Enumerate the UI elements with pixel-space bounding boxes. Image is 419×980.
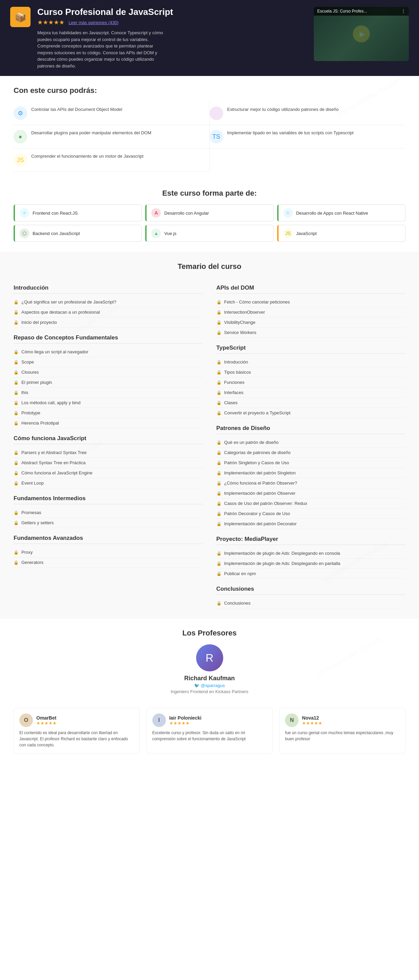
lock-icon: 🔒 bbox=[217, 410, 221, 415]
lesson-item[interactable]: 🔒Herencia Prototipal bbox=[14, 418, 203, 428]
lesson-item[interactable]: 🔒Funciones bbox=[217, 377, 406, 388]
lesson-item[interactable]: 🔒Aspectos que destacan a un profesional bbox=[14, 307, 203, 317]
lock-icon: 🔒 bbox=[217, 390, 221, 395]
lesson-item[interactable]: 🔒Fetch - Cómo cancelar peticiones bbox=[217, 297, 406, 307]
lesson-text: Conclusiones bbox=[224, 601, 251, 606]
lesson-item[interactable]: 🔒Service Workers bbox=[217, 328, 406, 338]
video-top-bar: Escuela JS: Curso Profes... ⋮ bbox=[314, 7, 409, 16]
lesson-item[interactable]: 🔒Patrón Singleton y Casos de Uso bbox=[217, 458, 406, 468]
video-label: Escuela JS: Curso Profes... bbox=[317, 9, 367, 14]
course-badge[interactable]: ⬡ Backend con JavaScript bbox=[14, 225, 142, 242]
course-badge[interactable]: A Desarrollo con Angular bbox=[145, 204, 274, 221]
lesson-text: Casos de Uso del patrón Observer: Redux bbox=[224, 501, 307, 506]
reviewer-name: Nova12 bbox=[302, 715, 322, 721]
lesson-item[interactable]: 🔒Convertir el proyecto a TypeScript bbox=[217, 408, 406, 418]
lesson-item[interactable]: 🔒Publicar en npm bbox=[217, 569, 406, 579]
course-badge[interactable]: ⚛ Frontend con React.JS bbox=[14, 204, 142, 221]
lesson-item[interactable]: 🔒¿Qué significa ser un profesional de Ja… bbox=[14, 297, 203, 307]
video-menu-icon[interactable]: ⋮ bbox=[401, 9, 405, 14]
lesson-item[interactable]: 🔒Generators bbox=[14, 557, 203, 568]
course-badge[interactable]: ⚛ Desarrollo de Apps con React Native bbox=[277, 204, 405, 221]
lesson-item[interactable]: 🔒Implementación de plugin de Ads: Desple… bbox=[217, 558, 406, 569]
lesson-item[interactable]: 🔒Getters y setters bbox=[14, 518, 203, 528]
lesson-item[interactable]: 🔒Introducción bbox=[217, 357, 406, 367]
feature-text: Estructurar mejor tu código utilizando p… bbox=[227, 107, 339, 113]
lesson-item[interactable]: 🔒Categorías de patrones de diseño bbox=[217, 448, 406, 458]
lesson-text: Tipos básicos bbox=[224, 370, 251, 375]
lesson-text: Los métodos call, apply y bind bbox=[21, 400, 80, 405]
lesson-text: Implementación del patrón Observer bbox=[224, 491, 295, 496]
review-card: O OmarBet ★★★★★ El contenido es ideal pa… bbox=[14, 708, 140, 754]
lock-icon: 🔒 bbox=[217, 481, 221, 485]
reviewer-info: Nova12 ★★★★★ bbox=[302, 715, 322, 725]
lesson-item[interactable]: 🔒Conclusiones bbox=[217, 598, 406, 608]
lesson-item[interactable]: 🔒Implementación del patrón Singleton bbox=[217, 468, 406, 478]
lesson-item[interactable]: 🔒Scope bbox=[14, 357, 203, 367]
lesson-text: Qué es un patrón de diseño bbox=[224, 440, 279, 445]
temario-section-heading: Introducción bbox=[14, 285, 203, 294]
lesson-item[interactable]: 🔒Los métodos call, apply y bind bbox=[14, 398, 203, 408]
review-text: El contenido es ideal para desarrollarte… bbox=[19, 730, 134, 748]
lesson-text: Interfaces bbox=[224, 390, 244, 395]
lesson-item[interactable]: 🔒Cómo funciona el JavaScript Engine bbox=[14, 468, 203, 478]
lesson-item[interactable]: 🔒VisibilityChange bbox=[217, 317, 406, 328]
lesson-item[interactable]: 🔒Inicio del proyecto bbox=[14, 317, 203, 328]
video-thumbnail[interactable]: Escuela JS: Curso Profes... ⋮ ▶ bbox=[314, 7, 409, 61]
lesson-item[interactable]: 🔒Event Loop bbox=[14, 478, 203, 488]
lesson-item[interactable]: 🔒Tipos básicos bbox=[217, 367, 406, 377]
badge-icon: ⚛ bbox=[283, 208, 293, 218]
lesson-item[interactable]: 🔒Interfaces bbox=[217, 388, 406, 398]
twitter-handle[interactable]: @sparragus bbox=[201, 683, 225, 688]
lesson-text: ¿Cómo funciona el Patrón Observer? bbox=[224, 480, 297, 485]
professors-section: Los Profesores R Richard Kaufman 🐦 @spar… bbox=[0, 619, 419, 764]
lock-icon: 🔒 bbox=[217, 501, 221, 506]
temario-section-heading: APIs del DOM bbox=[217, 285, 406, 294]
temario-right: APIs del DOM🔒Fetch - Cómo cancelar petic… bbox=[217, 278, 406, 608]
course-description: Mejora tus habilidades en Javascript. Co… bbox=[37, 30, 166, 69]
lock-icon: 🔒 bbox=[14, 320, 19, 325]
lock-icon: 🔒 bbox=[14, 471, 19, 476]
lesson-item[interactable]: 🔒Closures bbox=[14, 367, 203, 377]
lesson-item[interactable]: 🔒Clases bbox=[217, 398, 406, 408]
lesson-item[interactable]: 🔒IntersectionObserver bbox=[217, 307, 406, 317]
lesson-text: IntersectionObserver bbox=[224, 310, 265, 315]
reviewer-info: OmarBet ★★★★★ bbox=[36, 715, 57, 725]
lock-icon: 🔒 bbox=[14, 560, 19, 565]
lesson-item[interactable]: 🔒Abstract Syntax Tree en Práctica bbox=[14, 458, 203, 468]
lesson-item[interactable]: 🔒this bbox=[14, 388, 203, 398]
badge-icon: A bbox=[151, 208, 161, 218]
lesson-item[interactable]: 🔒Implementación del patrón Observer bbox=[217, 488, 406, 498]
lesson-item[interactable]: 🔒El primer plugin bbox=[14, 377, 203, 388]
lock-icon: 🔒 bbox=[217, 360, 221, 364]
temario-left: Introducción🔒¿Qué significa ser un profe… bbox=[14, 278, 203, 608]
review-link[interactable]: Leer más opiniones (430) bbox=[69, 20, 118, 25]
course-badge[interactable]: ▲ Vue.js bbox=[145, 225, 274, 242]
feature-icon: TS bbox=[210, 130, 223, 143]
lock-icon: 🔒 bbox=[217, 551, 221, 556]
feature-item: ● Desarrollar plugins para poder manipul… bbox=[14, 125, 210, 148]
professor-avatar: R bbox=[196, 644, 223, 671]
lesson-item[interactable]: 🔒Parsers y el Abstract Syntax Tree bbox=[14, 448, 203, 458]
lesson-item[interactable]: 🔒Promesas bbox=[14, 508, 203, 518]
lesson-item[interactable]: 🔒Casos de Uso del patrón Observer: Redux bbox=[217, 498, 406, 509]
temario-section-heading: Fundamentos Avanzados bbox=[14, 535, 203, 544]
lesson-item[interactable]: 🔒Patrón Decorator y Casos de Uso bbox=[217, 509, 406, 519]
lesson-item[interactable]: 🔒¿Cómo funciona el Patrón Observer? bbox=[217, 478, 406, 488]
badge-icon: ⚛ bbox=[20, 208, 29, 218]
lock-icon: 🔒 bbox=[14, 350, 19, 354]
temario-section-heading: Cómo funciona JavaScript bbox=[14, 435, 203, 444]
reviewer-row: I Iair Poloniecki ★★★★★ bbox=[152, 713, 267, 727]
lesson-item[interactable]: 🔒Implementación de plugin de Ads: Desple… bbox=[217, 548, 406, 558]
lesson-text: Parsers y el Abstract Syntax Tree bbox=[21, 450, 86, 455]
lesson-item[interactable]: 🔒Prototype bbox=[14, 408, 203, 418]
lock-icon: 🔒 bbox=[14, 410, 19, 415]
lesson-item[interactable]: 🔒Proxy bbox=[14, 547, 203, 557]
lesson-item[interactable]: 🔒Implementación del patrón Decorator bbox=[217, 519, 406, 529]
lock-icon: 🔒 bbox=[14, 380, 19, 385]
lesson-item[interactable]: 🔒Qué es un patrón de diseño bbox=[217, 438, 406, 448]
lock-icon: 🔒 bbox=[217, 370, 221, 375]
lesson-item[interactable]: 🔒Cómo llega un script al navegador bbox=[14, 347, 203, 357]
lesson-text: VisibilityChange bbox=[224, 320, 255, 325]
feature-icon: ● bbox=[14, 130, 27, 143]
course-badge[interactable]: JS JavaScript bbox=[277, 225, 405, 242]
